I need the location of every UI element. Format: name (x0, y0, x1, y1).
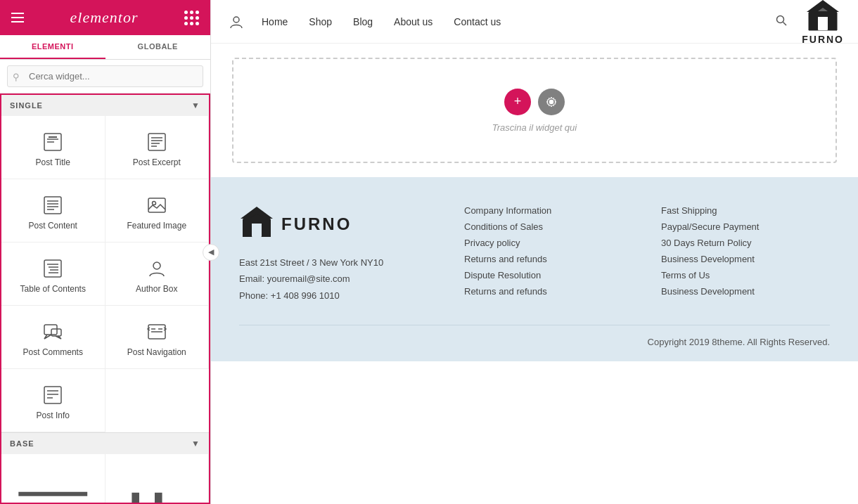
footer-link-return-policy[interactable]: 30 Days Return Policy (661, 238, 830, 248)
left-panel: elementor ELEMENTI GLOBALE ⚲ SINGLE ▼ (0, 0, 211, 504)
furno-logo-icon (805, 0, 840, 34)
nav-bar: Home Shop Blog About us Contact us (211, 0, 858, 44)
widgets-container: SINGLE ▼ Post Title (0, 93, 210, 504)
section-base-label: BASE (10, 439, 34, 448)
widget-post-info-label: Post Info (37, 411, 70, 420)
footer-logo-text: FURNO (281, 214, 352, 234)
footer-link-conditions[interactable]: Conditions of Sales (464, 221, 633, 232)
svg-rect-9 (44, 197, 61, 214)
nav-shop[interactable]: Shop (309, 16, 332, 27)
post-info-icon (41, 384, 64, 406)
search-input[interactable] (7, 65, 203, 87)
tab-elementi[interactable]: ELEMENTI (0, 35, 105, 59)
svg-point-15 (152, 202, 155, 205)
footer-link-biz-dev-2[interactable]: Business Development (661, 286, 830, 297)
nav-about[interactable]: About us (394, 16, 433, 27)
elementor-logo: elementor (70, 8, 139, 27)
footer-address-line2: Email: youremail@site.com (239, 271, 436, 287)
widget-post-navigation-label: Post Navigation (127, 347, 186, 357)
svg-rect-4 (148, 134, 165, 150)
footer-link-shipping[interactable]: Fast Shipping (661, 205, 830, 216)
search-bar: ⚲ (0, 60, 210, 93)
hamburger-menu-icon[interactable] (11, 13, 24, 22)
nav-logo: FURNO (802, 0, 844, 45)
post-content-icon (41, 194, 64, 217)
search-icon-nav[interactable] (775, 14, 788, 30)
widget-post-comments[interactable]: Post Comments (1, 306, 105, 369)
section-base-header[interactable]: BASE ▼ (1, 432, 209, 454)
settings-button[interactable] (538, 89, 565, 115)
svg-point-38 (777, 15, 784, 22)
sidebar-toggle-button[interactable]: ◀ (203, 244, 219, 261)
nav-blog[interactable]: Blog (353, 16, 373, 27)
table-of-contents-icon (41, 257, 64, 280)
base-widgets-grid: Text H Heading (1, 454, 209, 504)
svg-rect-16 (44, 260, 61, 277)
widget-post-excerpt[interactable]: Post Excerpt (105, 116, 210, 179)
right-wrapper: ◀ Home Shop Blog About us Contact us (211, 0, 858, 504)
widget-post-excerpt-label: Post Excerpt (133, 157, 181, 167)
panel-topbar: elementor (0, 0, 210, 35)
featured-image-icon (146, 194, 168, 217)
footer-link-returns-2[interactable]: Returns and refunds (464, 286, 633, 297)
widget-featured-image-label: Featured Image (127, 221, 186, 231)
widget-text[interactable]: Text (1, 454, 105, 504)
widget-table-of-contents[interactable]: Table of Contents (1, 243, 105, 306)
heading-icon: H (111, 465, 203, 504)
footer-link-biz-dev-1[interactable]: Business Development (661, 254, 830, 264)
svg-rect-22 (44, 325, 57, 335)
widget-heading[interactable]: H Heading (105, 454, 210, 504)
tab-globale[interactable]: GLOBALE (105, 35, 211, 59)
main-content: + Trascina il widget qui (211, 44, 858, 504)
footer-address: East 21st Street / 3 New York NY10 Email… (239, 254, 436, 304)
svg-rect-42 (818, 16, 828, 30)
grid-menu-icon[interactable] (184, 11, 199, 25)
footer-link-company-info[interactable]: Company Information (464, 205, 633, 216)
footer: FURNO East 21st Street / 3 New York NY10… (211, 177, 858, 361)
widget-post-info[interactable]: Post Info (1, 369, 105, 432)
widget-author-box-label: Author Box (136, 284, 177, 294)
panel-tabs: ELEMENTI GLOBALE (0, 35, 210, 60)
svg-rect-14 (148, 198, 165, 212)
footer-inner: FURNO East 21st Street / 3 New York NY10… (239, 205, 830, 304)
drop-zone-text: Trascina il widget qui (492, 122, 577, 133)
section-single-label: SINGLE (10, 101, 43, 110)
footer-col-2: Fast Shipping Paypal/Secure Payment 30 D… (661, 205, 830, 304)
footer-link-privacy[interactable]: Privacy policy (464, 238, 633, 248)
footer-logo: FURNO (239, 205, 436, 243)
nav-contact[interactable]: Contact us (454, 16, 501, 27)
post-comments-icon (41, 321, 64, 343)
widget-post-comments-label: Post Comments (23, 347, 83, 357)
widget-post-content[interactable]: Post Content (1, 179, 105, 243)
author-box-icon (146, 257, 168, 280)
widget-post-content-label: Post Content (29, 221, 77, 231)
post-excerpt-icon (146, 131, 168, 153)
chevron-down-icon-base: ▼ (191, 439, 200, 448)
section-single-header[interactable]: SINGLE ▼ (1, 95, 209, 116)
chevron-down-icon: ▼ (191, 101, 200, 110)
widget-author-box[interactable]: Author Box (105, 243, 210, 306)
post-title-icon (41, 131, 64, 153)
footer-link-returns-1[interactable]: Returns and refunds (464, 254, 633, 264)
widget-featured-image[interactable]: Featured Image (105, 179, 210, 243)
widget-post-title[interactable]: Post Title (1, 116, 105, 179)
nav-home[interactable]: Home (262, 16, 288, 27)
text-icon (7, 465, 99, 504)
svg-point-21 (153, 262, 160, 269)
widget-post-title-label: Post Title (36, 157, 70, 167)
nav-links: Home Shop Blog About us Contact us (262, 16, 775, 27)
footer-link-paypal[interactable]: Paypal/Secure Payment (661, 221, 830, 232)
svg-point-37 (233, 17, 239, 22)
widget-post-navigation[interactable]: Post Navigation (105, 306, 210, 369)
footer-link-terms[interactable]: Terms of Us (661, 270, 830, 280)
drop-zone-buttons: + (504, 89, 565, 115)
footer-col-1: Company Information Conditions of Sales … (464, 205, 633, 304)
search-icon: ⚲ (13, 71, 20, 82)
user-icon[interactable] (225, 11, 248, 33)
drop-zone: + Trascina il widget qui (232, 58, 837, 163)
svg-rect-28 (44, 387, 61, 403)
footer-link-dispute[interactable]: Dispute Resolution (464, 270, 633, 280)
svg-line-39 (783, 22, 787, 25)
footer-brand: FURNO East 21st Street / 3 New York NY10… (239, 205, 436, 304)
add-widget-button[interactable]: + (504, 89, 531, 115)
